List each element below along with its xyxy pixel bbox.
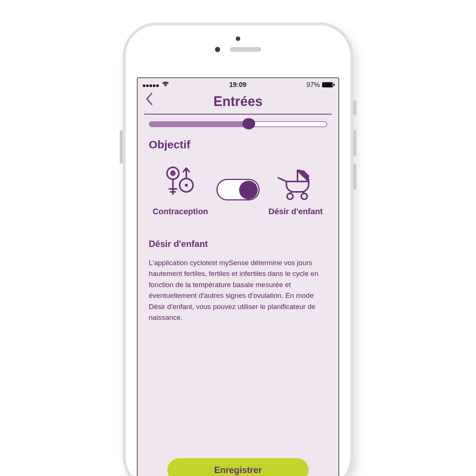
svg-point-2 xyxy=(185,184,188,187)
slider-track xyxy=(149,121,327,127)
main-content: Objectif xyxy=(138,138,338,323)
gender-symbols-icon xyxy=(162,163,199,202)
phone-bezel: 19:09 97% Entrées xyxy=(126,25,350,476)
progress-slider[interactable] xyxy=(149,121,327,127)
status-bar: 19:09 97% xyxy=(138,78,338,91)
description-body: L'application cyclotest mySense détermin… xyxy=(149,257,327,323)
mute-switch xyxy=(353,100,356,115)
volume-up xyxy=(353,130,356,156)
app-header: Entrées xyxy=(138,91,338,114)
page-title: Entrées xyxy=(213,94,263,109)
svg-line-4 xyxy=(278,178,286,181)
wifi-icon xyxy=(162,81,169,89)
volume-down xyxy=(353,164,356,190)
objective-toggle[interactable] xyxy=(216,179,260,200)
sensor-cluster xyxy=(126,47,350,52)
proximity-sensor xyxy=(236,36,240,41)
svg-line-8 xyxy=(303,192,304,193)
front-camera xyxy=(215,47,220,52)
slider-thumb[interactable] xyxy=(242,118,255,129)
earpiece-speaker xyxy=(230,47,261,52)
screen: 19:09 97% Entrées xyxy=(137,77,339,476)
stroller-icon xyxy=(275,163,316,202)
svg-point-5 xyxy=(287,193,293,199)
battery-percent: 97% xyxy=(306,81,320,89)
objective-heading: Objectif xyxy=(149,138,327,151)
option-contraception-label: Contraception xyxy=(152,207,208,216)
option-desire-label: Désir d'enfant xyxy=(268,207,323,216)
battery-icon xyxy=(322,82,333,87)
slider-fill xyxy=(149,122,249,126)
svg-line-7 xyxy=(290,192,292,193)
svg-point-6 xyxy=(301,193,307,199)
phone-frame: 19:09 97% Entrées xyxy=(123,22,353,476)
chevron-left-icon xyxy=(145,92,153,106)
objective-selector: Contraception xyxy=(149,163,327,216)
signal-dots-icon xyxy=(143,81,160,89)
power-button xyxy=(120,130,123,164)
header-divider xyxy=(144,114,332,115)
toggle-knob xyxy=(239,181,258,199)
option-desire[interactable]: Désir d'enfant xyxy=(264,163,327,216)
save-button[interactable]: Enregistrer xyxy=(167,458,309,476)
back-button[interactable] xyxy=(145,92,153,108)
description-title: Désir d'enfant xyxy=(149,239,327,249)
option-contraception[interactable]: Contraception xyxy=(149,163,212,216)
status-time: 19:09 xyxy=(229,81,246,89)
